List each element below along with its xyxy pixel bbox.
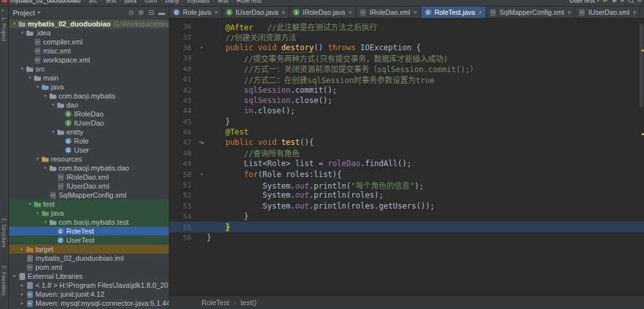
tool-window-button-structure[interactable]: 7: Structure	[1, 218, 7, 248]
line-number[interactable]: 47	[169, 138, 196, 146]
tree-item-maven-mysql-mysql-connector-java-5-1-44[interactable]: ▸mMaven: mysql:mysql-connector-java:5.1.…	[9, 299, 169, 308]
code-line[interactable]: 50▾ for(Role roles:list){	[169, 169, 644, 179]
line-number[interactable]: 53	[169, 202, 196, 210]
settings-gear-icon[interactable]: ⚙	[138, 9, 144, 16]
run-config-selector[interactable]: UserTest ▾	[569, 0, 599, 4]
tree-item-pom-xml[interactable]: <>pom.xml	[9, 263, 169, 272]
tree-item-com-baoji-mybatis-dao[interactable]: ▾com.baoji.mybatis.dao	[9, 164, 169, 173]
locate-file-icon[interactable]: ⊙	[128, 9, 133, 16]
tree-item-role[interactable]: CRole	[9, 136, 169, 145]
hide-panel-icon[interactable]: ▬	[158, 9, 165, 16]
line-number[interactable]: 51	[169, 181, 196, 189]
code-line[interactable]: 54 }	[169, 211, 644, 221]
chevron-expanded-icon[interactable]: ▾	[50, 129, 57, 135]
collapse-all-icon[interactable]: ⊟	[149, 9, 154, 16]
fold-arrow-icon[interactable]: ▾	[200, 45, 203, 50]
chevron-collapsed-icon[interactable]: ▸	[19, 283, 26, 288]
line-number[interactable]: 37	[169, 33, 196, 41]
navbar-project[interactable]: mybatis_02_duoduobiao	[10, 0, 80, 4]
tree-item-roletest[interactable]: CRoleTest	[9, 227, 169, 236]
code-line[interactable]: 56}	[169, 232, 644, 243]
code-line[interactable]: 39 //提交事务两种方式(只有提交事务，数据库才能插入成功)	[169, 53, 644, 63]
line-number[interactable]: 39	[169, 54, 196, 62]
chevron-expanded-icon[interactable]: ▾	[42, 165, 49, 171]
warning-stripe-mark[interactable]	[641, 133, 644, 135]
tree-item-src[interactable]: ▾src	[9, 64, 169, 73]
tree-item-com-baoji-mybatis-test[interactable]: ▾com.baoji.mybatis.test	[9, 218, 169, 227]
tree-item-1-8-h-program-files-java-jdk1-8-0-201[interactable]: ▸< 1.8 > H:\Program Files\Java\jdk1.8.0_…	[9, 281, 169, 290]
tree-item-maven-junit-junit-4-12[interactable]: ▸mMaven: junit:junit:4.12	[9, 290, 169, 299]
tree-item-sqlmapperconfig-xml[interactable]: <>SqlMapperConfig.xml	[9, 191, 169, 200]
tool-window-button-project[interactable]: 1: Project	[1, 17, 7, 41]
code-line[interactable]: 48 //查询所有角色	[169, 148, 644, 158]
chevron-collapsed-icon[interactable]: ▸	[19, 292, 26, 297]
code-view[interactable]: 36 @After //此注解是在测试方法之后执行37 //创建关闭资源方法38…	[169, 19, 644, 243]
line-number[interactable]: 50	[169, 171, 196, 178]
line-number[interactable]: 43	[169, 97, 196, 104]
navbar-item-java[interactable]: java	[124, 0, 136, 4]
tree-item-misc-xml[interactable]: <>misc.xml	[9, 46, 169, 55]
chevron-expanded-icon[interactable]: ▾	[11, 21, 18, 26]
chevron-expanded-icon[interactable]: ▾	[19, 30, 26, 35]
line-number[interactable]: 54	[169, 212, 196, 220]
code-line[interactable]: 41 //方式二：在创建sqlSession时事务参数设置为true	[169, 74, 644, 84]
code-line[interactable]: 47▾▶ public void test(){	[169, 137, 644, 147]
navbar-item-mybatis[interactable]: mybatis	[187, 0, 209, 4]
tab-iuserdao-xml[interactable]: <>IUserDao.xml×	[575, 6, 640, 18]
run-button[interactable]: ▶	[603, 0, 608, 3]
close-tab-icon[interactable]: ×	[214, 9, 218, 16]
tab-sqlmapperconfig-xml[interactable]: <>SqlMapperConfig.xml×	[486, 6, 575, 18]
close-tab-icon[interactable]: ×	[413, 9, 417, 16]
tree-item-idea[interactable]: ▾.idea	[9, 28, 169, 37]
tree-item-dao[interactable]: ▾dao	[9, 100, 169, 109]
tree-item-com-baoji-mybatis[interactable]: ▾com.baoji.mybatis	[9, 91, 169, 100]
code-line[interactable]: 49 List<Role> list = roleDao.findAll();	[169, 158, 644, 169]
code-line[interactable]: 37 //创建关闭资源方法	[169, 32, 644, 42]
settings-gear-icon[interactable]: ⚙	[637, 0, 642, 3]
tree-item-usertest[interactable]: CUserTest	[9, 236, 169, 245]
tree-item-external-libraries[interactable]: ▾External Libraries	[9, 272, 169, 281]
chevron-expanded-icon[interactable]: ▾	[19, 66, 26, 71]
tree-item-iroledao-xml[interactable]: <>IRoleDao.xml	[9, 173, 169, 182]
navbar-item-com[interactable]: com	[145, 0, 157, 4]
chevron-expanded-icon[interactable]: ▾	[50, 102, 57, 108]
chevron-expanded-icon[interactable]: ▾	[42, 220, 49, 225]
fold-arrow-icon[interactable]: ▾	[200, 172, 203, 177]
tab-roletest-java[interactable]: CRoleTest.java×	[421, 6, 486, 18]
code-line[interactable]: 53 System.out.println(roles.getUsers());	[169, 201, 644, 211]
tab-usertest-java[interactable]: CUserTest.java×	[640, 6, 644, 18]
close-tab-icon[interactable]: ×	[348, 9, 352, 16]
line-number[interactable]: 40	[169, 65, 196, 73]
run-test-icon[interactable]: ▶	[202, 140, 205, 145]
breadcrumb-item-roletest[interactable]: RoleTest	[202, 299, 229, 306]
chevron-expanded-icon[interactable]: ▾	[11, 274, 18, 279]
tree-item-iroledao[interactable]: IIRoleDao	[9, 109, 169, 118]
chevron-expanded-icon[interactable]: ▾	[34, 156, 41, 162]
chevron-expanded-icon[interactable]: ▾	[26, 75, 33, 80]
close-tab-icon[interactable]: ×	[632, 9, 636, 16]
stop-button[interactable]: ■	[620, 0, 623, 3]
tab-iroledao-java[interactable]: IIRoleDao.java×	[289, 6, 356, 18]
chevron-collapsed-icon[interactable]: ▸	[19, 247, 26, 252]
close-tab-icon[interactable]: ×	[281, 9, 285, 16]
chevron-expanded-icon[interactable]: ▾	[34, 84, 41, 89]
code-line[interactable]: 38▾ public void destory() throws IOExcep…	[169, 42, 644, 53]
tool-window-button-favorites[interactable]: 2: Favorites	[1, 265, 7, 295]
breadcrumb-item-test[interactable]: test()	[240, 299, 256, 306]
code-line[interactable]: 40 //方式一：关闭资源前添加提交事务（sqlSession.commit()…	[169, 64, 644, 74]
tree-item-java[interactable]: ▾java	[9, 82, 169, 91]
tree-item-main[interactable]: ▾main	[9, 73, 169, 82]
tree-item-user[interactable]: CUser	[9, 145, 169, 154]
debug-button[interactable]: ◉	[612, 0, 617, 3]
chevron-expanded-icon[interactable]: ▾	[34, 211, 41, 216]
tree-item-iuserdao-xml[interactable]: <>IUserDao.xml	[9, 182, 169, 191]
project-view-selector[interactable]: Project ▾	[13, 9, 40, 17]
warning-stripe-mark[interactable]	[641, 50, 644, 52]
line-number[interactable]: 38	[169, 44, 196, 52]
line-number[interactable]: 56	[169, 234, 196, 241]
search-icon[interactable]	[628, 0, 633, 3]
code-line[interactable]: 42 sqlSession.commit();	[169, 84, 644, 95]
code-line[interactable]: 36 @After //此注解是在测试方法之后执行	[169, 21, 644, 32]
line-number[interactable]: 55	[169, 223, 196, 231]
code-line[interactable]: 52 System.out.println(roles);	[169, 190, 644, 200]
